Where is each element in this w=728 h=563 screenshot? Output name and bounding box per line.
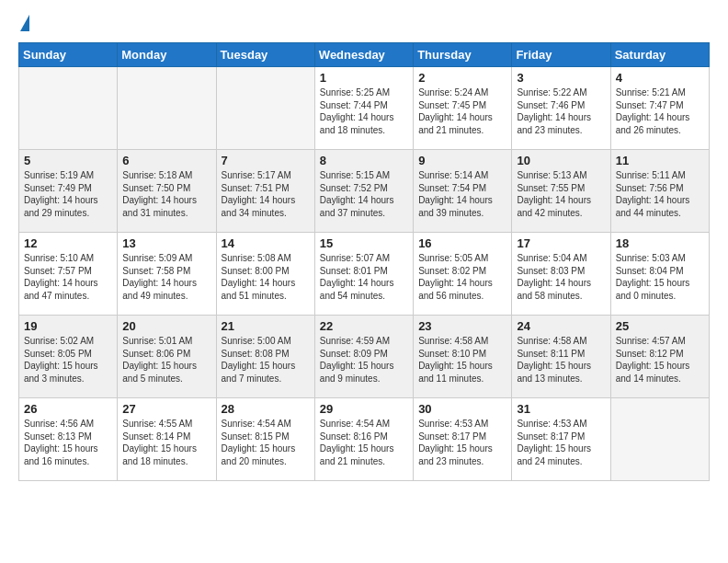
calendar-cell: 17Sunrise: 5:04 AM Sunset: 8:03 PM Dayli… [512,233,610,316]
day-info: Sunrise: 5:24 AM Sunset: 7:45 PM Dayligh… [418,86,506,136]
calendar-week-row: 5Sunrise: 5:19 AM Sunset: 7:49 PM Daylig… [19,150,710,233]
day-info: Sunrise: 5:09 AM Sunset: 7:58 PM Dayligh… [122,252,210,302]
day-info: Sunrise: 5:07 AM Sunset: 8:01 PM Dayligh… [320,252,408,302]
day-number: 13 [122,236,210,250]
calendar-cell: 2Sunrise: 5:24 AM Sunset: 7:45 PM Daylig… [414,67,512,150]
calendar-cell: 19Sunrise: 5:02 AM Sunset: 8:05 PM Dayli… [19,316,118,398]
calendar-cell: 30Sunrise: 4:53 AM Sunset: 8:17 PM Dayli… [414,398,512,481]
calendar-cell: 22Sunrise: 4:59 AM Sunset: 8:09 PM Dayli… [314,316,413,398]
calendar-cell [216,67,314,150]
day-number: 5 [24,154,112,167]
day-info: Sunrise: 4:55 AM Sunset: 8:14 PM Dayligh… [122,418,210,467]
calendar-cell: 25Sunrise: 4:57 AM Sunset: 8:12 PM Dayli… [610,316,709,398]
day-number: 22 [320,319,408,333]
calendar-cell [610,398,709,481]
day-header-tuesday: Tuesday [216,43,314,67]
day-header-wednesday: Wednesday [314,43,413,67]
calendar-cell: 20Sunrise: 5:01 AM Sunset: 8:06 PM Dayli… [118,316,216,398]
calendar-cell: 6Sunrise: 5:18 AM Sunset: 7:50 PM Daylig… [118,150,216,233]
day-info: Sunrise: 5:18 AM Sunset: 7:50 PM Dayligh… [122,169,210,219]
calendar-cell: 13Sunrise: 5:09 AM Sunset: 7:58 PM Dayli… [118,233,216,316]
day-number: 24 [517,319,605,333]
calendar-cell [118,67,216,150]
day-info: Sunrise: 5:02 AM Sunset: 8:05 PM Dayligh… [24,335,112,385]
day-info: Sunrise: 5:22 AM Sunset: 7:46 PM Dayligh… [517,86,605,136]
calendar-cell: 18Sunrise: 5:03 AM Sunset: 8:04 PM Dayli… [610,233,709,316]
day-info: Sunrise: 5:08 AM Sunset: 8:00 PM Dayligh… [222,252,310,302]
day-info: Sunrise: 5:14 AM Sunset: 7:54 PM Dayligh… [418,169,506,219]
calendar-header-row: SundayMondayTuesdayWednesdayThursdayFrid… [19,43,710,67]
header [18,15,710,33]
day-number: 21 [222,319,310,333]
day-info: Sunrise: 5:11 AM Sunset: 7:56 PM Dayligh… [616,169,704,219]
calendar-cell: 27Sunrise: 4:55 AM Sunset: 8:14 PM Dayli… [118,398,216,481]
day-info: Sunrise: 5:17 AM Sunset: 7:51 PM Dayligh… [222,169,310,219]
day-info: Sunrise: 4:54 AM Sunset: 8:15 PM Dayligh… [222,418,310,467]
day-info: Sunrise: 5:13 AM Sunset: 7:55 PM Dayligh… [517,169,605,219]
day-number: 6 [122,154,210,167]
calendar-week-row: 19Sunrise: 5:02 AM Sunset: 8:05 PM Dayli… [19,316,710,398]
day-number: 1 [320,71,408,85]
day-info: Sunrise: 5:15 AM Sunset: 7:52 PM Dayligh… [320,169,408,219]
day-header-saturday: Saturday [610,43,709,67]
day-info: Sunrise: 5:00 AM Sunset: 8:08 PM Dayligh… [222,335,310,385]
day-number: 30 [418,402,506,416]
day-number: 19 [24,319,112,333]
calendar-cell: 9Sunrise: 5:14 AM Sunset: 7:54 PM Daylig… [414,150,512,233]
calendar-cell [19,67,118,150]
day-info: Sunrise: 5:03 AM Sunset: 8:04 PM Dayligh… [616,252,704,302]
day-number: 16 [418,236,506,250]
day-number: 31 [517,402,605,416]
calendar-cell: 14Sunrise: 5:08 AM Sunset: 8:00 PM Dayli… [216,233,314,316]
day-number: 25 [616,319,704,333]
day-info: Sunrise: 4:57 AM Sunset: 8:12 PM Dayligh… [616,335,704,385]
day-info: Sunrise: 4:54 AM Sunset: 8:16 PM Dayligh… [320,418,408,467]
day-info: Sunrise: 4:59 AM Sunset: 8:09 PM Dayligh… [320,335,408,385]
day-number: 15 [320,236,408,250]
day-number: 23 [418,319,506,333]
day-number: 17 [517,236,605,250]
calendar-cell: 15Sunrise: 5:07 AM Sunset: 8:01 PM Dayli… [314,233,413,316]
day-info: Sunrise: 5:19 AM Sunset: 7:49 PM Dayligh… [24,169,112,219]
day-info: Sunrise: 4:58 AM Sunset: 8:11 PM Dayligh… [517,335,605,385]
day-number: 7 [222,154,310,167]
day-number: 3 [517,71,605,85]
logo [18,15,29,33]
calendar-cell: 24Sunrise: 4:58 AM Sunset: 8:11 PM Dayli… [512,316,610,398]
calendar-cell: 26Sunrise: 4:56 AM Sunset: 8:13 PM Dayli… [19,398,118,481]
calendar-cell: 7Sunrise: 5:17 AM Sunset: 7:51 PM Daylig… [216,150,314,233]
day-number: 4 [616,71,704,85]
day-info: Sunrise: 5:01 AM Sunset: 8:06 PM Dayligh… [122,335,210,385]
day-number: 29 [320,402,408,416]
day-header-thursday: Thursday [414,43,512,67]
day-info: Sunrise: 4:53 AM Sunset: 8:17 PM Dayligh… [418,418,506,467]
day-number: 20 [122,319,210,333]
day-number: 28 [222,402,310,416]
calendar-cell: 23Sunrise: 4:58 AM Sunset: 8:10 PM Dayli… [414,316,512,398]
day-info: Sunrise: 5:10 AM Sunset: 7:57 PM Dayligh… [24,252,112,302]
calendar-cell: 16Sunrise: 5:05 AM Sunset: 8:02 PM Dayli… [414,233,512,316]
day-info: Sunrise: 4:56 AM Sunset: 8:13 PM Dayligh… [24,418,112,467]
calendar-week-row: 26Sunrise: 4:56 AM Sunset: 8:13 PM Dayli… [19,398,710,481]
logo-triangle-icon [20,15,29,31]
day-number: 26 [24,402,112,416]
calendar-cell: 12Sunrise: 5:10 AM Sunset: 7:57 PM Dayli… [19,233,118,316]
calendar-cell: 11Sunrise: 5:11 AM Sunset: 7:56 PM Dayli… [610,150,709,233]
calendar-cell: 21Sunrise: 5:00 AM Sunset: 8:08 PM Dayli… [216,316,314,398]
day-number: 11 [616,154,704,167]
day-info: Sunrise: 5:25 AM Sunset: 7:44 PM Dayligh… [320,86,408,136]
day-number: 8 [320,154,408,167]
day-header-monday: Monday [118,43,216,67]
calendar-cell: 4Sunrise: 5:21 AM Sunset: 7:47 PM Daylig… [610,67,709,150]
day-number: 12 [24,236,112,250]
day-info: Sunrise: 5:04 AM Sunset: 8:03 PM Dayligh… [517,252,605,302]
day-number: 27 [122,402,210,416]
calendar-cell: 3Sunrise: 5:22 AM Sunset: 7:46 PM Daylig… [512,67,610,150]
calendar-cell: 28Sunrise: 4:54 AM Sunset: 8:15 PM Dayli… [216,398,314,481]
calendar-cell: 31Sunrise: 4:53 AM Sunset: 8:17 PM Dayli… [512,398,610,481]
day-number: 14 [222,236,310,250]
day-header-friday: Friday [512,43,610,67]
day-number: 18 [616,236,704,250]
calendar-cell: 29Sunrise: 4:54 AM Sunset: 8:16 PM Dayli… [314,398,413,481]
calendar-week-row: 12Sunrise: 5:10 AM Sunset: 7:57 PM Dayli… [19,233,710,316]
